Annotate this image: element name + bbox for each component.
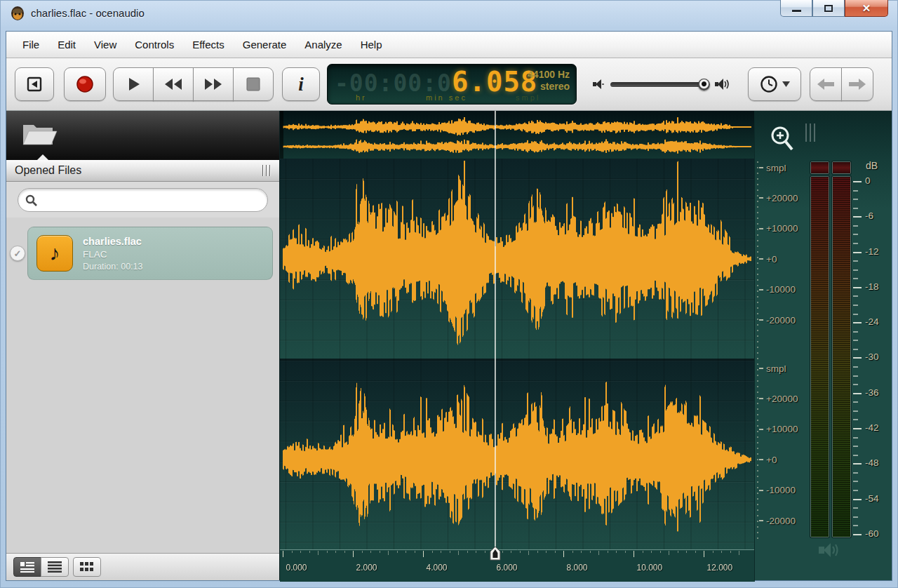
waveform-view: [279, 111, 754, 580]
folder-icon: [20, 119, 58, 150]
stop-button[interactable]: [233, 67, 274, 101]
amplitude-label-ch1: +20000: [759, 192, 798, 203]
meter-cap-left: [811, 162, 829, 173]
fast-forward-button[interactable]: [193, 67, 234, 101]
db-label: -42: [865, 422, 879, 433]
volume-slider-thumb[interactable]: [698, 79, 710, 91]
db-tick: [853, 472, 858, 474]
db-tick: [853, 428, 862, 429]
db-tick: [853, 331, 858, 333]
panel-pointer: [37, 154, 48, 160]
db-tick: [853, 393, 862, 394]
play-button[interactable]: [113, 67, 154, 101]
db-tick: [853, 181, 862, 182]
sidebar: Opened Files ✓ ♪: [6, 111, 279, 580]
menu-item-generate[interactable]: Generate: [234, 32, 296, 58]
panel-grip-icon[interactable]: [262, 165, 271, 176]
db-tick: [853, 322, 862, 323]
panel-titlebar[interactable]: Opened Files: [6, 160, 279, 182]
speaker-icon[interactable]: [818, 540, 842, 560]
skip-to-start-icon: [26, 76, 43, 93]
db-tick: [853, 243, 858, 244]
volume-control: [592, 76, 731, 92]
rewind-button[interactable]: [153, 67, 194, 101]
db-tick: [853, 375, 858, 377]
playback-history-button[interactable]: [748, 67, 801, 101]
grid-icon: [80, 562, 94, 573]
titlebar[interactable]: charlies.flac - ocenaudio ✕: [0, 0, 898, 31]
file-list-item[interactable]: ✓ ♪ charlies.flac FLAC Duration: 00:13: [27, 227, 273, 280]
app-icon: [10, 6, 25, 21]
menu-item-file[interactable]: File: [13, 32, 48, 58]
view-grid-button[interactable]: [73, 557, 101, 577]
db-tick: [853, 534, 862, 535]
info-icon: i: [298, 74, 304, 95]
view-detailed-button[interactable]: [13, 557, 41, 577]
time-display: -00:00:06.058 44100 Hz stereo hr min sec…: [327, 64, 577, 105]
db-label: 0: [865, 175, 871, 186]
smpl-unit-label: smpl: [516, 93, 540, 102]
rewind-icon: [163, 77, 183, 91]
db-label: -54: [865, 493, 879, 504]
maximize-button[interactable]: [812, 0, 845, 17]
menu-item-analyze[interactable]: Analyze: [295, 32, 351, 58]
hr-unit-label: hr: [356, 93, 367, 102]
play-icon: [126, 76, 141, 92]
db-tick: [853, 225, 858, 227]
music-note-icon: ♪: [36, 235, 73, 272]
nav-back-button[interactable]: [810, 67, 842, 101]
amplitude-label-ch1: +10000: [759, 223, 798, 234]
view-list-button[interactable]: [41, 557, 69, 577]
db-label: -18: [865, 281, 879, 292]
menu-item-help[interactable]: Help: [351, 32, 391, 58]
waveform-canvas[interactable]: [280, 111, 755, 582]
arrow-left-icon: [817, 79, 834, 90]
arrow-right-icon: [849, 79, 866, 90]
search-input[interactable]: [41, 194, 260, 206]
volume-mute-icon: [592, 77, 605, 91]
db-tick: [853, 357, 862, 359]
close-button[interactable]: ✕: [845, 0, 888, 17]
minimize-button[interactable]: [780, 0, 812, 17]
list-icon: [48, 561, 62, 573]
meter-grip-icon[interactable]: [805, 123, 815, 142]
volume-slider[interactable]: [610, 82, 709, 87]
db-tick: [853, 490, 858, 491]
db-tick: [853, 446, 858, 447]
menu-item-effects[interactable]: Effects: [183, 32, 234, 58]
db-tick: [853, 278, 858, 279]
db-tick: [853, 525, 858, 526]
search-area: [6, 182, 279, 218]
scale-meter-panel: dB smpl+20000+10000+0-10000-20000smpl+20…: [754, 111, 892, 580]
menu-item-view[interactable]: View: [85, 32, 126, 58]
amplitude-label-ch1: -10000: [759, 284, 796, 295]
app-window: charlies.flac - ocenaudio ✕ FileEditView…: [0, 0, 898, 588]
db-tick: [853, 287, 862, 288]
db-tick: [853, 499, 862, 500]
file-format: FLAC: [83, 249, 142, 260]
fast-forward-icon: [203, 77, 223, 91]
db-tick: [853, 190, 858, 192]
db-label: -24: [865, 316, 879, 327]
db-tick: [853, 349, 858, 350]
record-button[interactable]: [64, 67, 106, 101]
nav-forward-button[interactable]: [841, 67, 873, 101]
db-tick: [853, 234, 858, 235]
volume-up-icon: [714, 76, 731, 92]
db-tick: [853, 208, 858, 209]
info-button[interactable]: i: [282, 67, 320, 101]
db-tick: [853, 455, 858, 456]
detailed-list-icon: [20, 561, 34, 573]
zoom-in-icon[interactable]: [769, 125, 796, 153]
file-list: ✓ ♪ charlies.flac FLAC Duration: 00:13: [6, 218, 279, 553]
db-tick: [853, 463, 862, 465]
search-icon: [25, 194, 37, 206]
db-tick: [853, 366, 858, 368]
file-name: charlies.flac: [83, 236, 142, 247]
menu-item-edit[interactable]: Edit: [48, 32, 85, 58]
skip-to-start-button[interactable]: [15, 67, 54, 101]
clock-icon: [760, 75, 778, 93]
menu-item-controls[interactable]: Controls: [126, 32, 183, 58]
db-label: -6: [865, 211, 873, 221]
minsec-unit-label: min sec: [426, 93, 467, 102]
